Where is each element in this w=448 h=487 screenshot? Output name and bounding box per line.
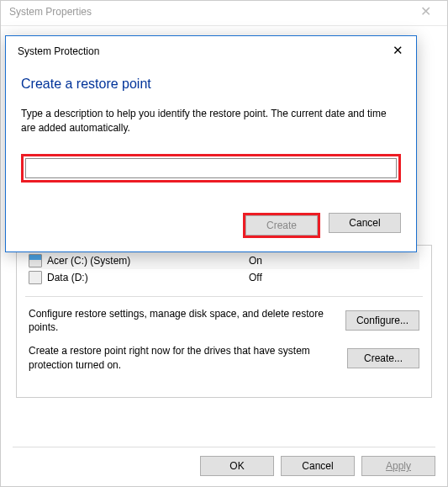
- drive-row[interactable]: Acer (C:) (System) On: [29, 252, 419, 269]
- apply-label: Apply: [386, 460, 411, 472]
- modal-description: Type a description to help you identify …: [21, 107, 401, 135]
- drive-name: Data (D:): [47, 272, 249, 283]
- input-highlight: [21, 154, 401, 183]
- protection-settings-panel: Acer (C:) (System) On Data (D:) Off Conf…: [16, 245, 432, 398]
- configure-row: Configure restore settings, manage disk …: [29, 307, 419, 334]
- modal-create-button[interactable]: Create: [245, 215, 318, 236]
- drive-status: Off: [249, 272, 419, 283]
- system-protection-dialog: System Protection ✕ Create a restore poi…: [5, 35, 417, 252]
- footer-buttons: OK Cancel Apply: [13, 447, 435, 476]
- parent-close-button[interactable]: ✕: [408, 3, 442, 23]
- restore-point-name-input[interactable]: [25, 158, 397, 178]
- modal-titlebar: System Protection ✕: [6, 36, 416, 63]
- drive-row[interactable]: Data (D:) Off: [29, 269, 419, 286]
- create-text: Create a restore point right now for the…: [29, 344, 337, 371]
- cancel-button[interactable]: Cancel: [281, 456, 355, 476]
- close-icon: ✕: [420, 4, 431, 19]
- modal-body: Create a restore point Type a descriptio…: [6, 63, 416, 251]
- drive-icon: [29, 254, 42, 267]
- create-button[interactable]: Create...: [347, 348, 419, 368]
- modal-close-button[interactable]: ✕: [387, 43, 408, 60]
- drive-icon: [29, 271, 42, 284]
- configure-text: Configure restore settings, manage disk …: [29, 307, 335, 334]
- create-button-highlight: Create: [243, 213, 320, 238]
- modal-heading: Create a restore point: [21, 77, 401, 92]
- separator: [25, 296, 423, 297]
- configure-button[interactable]: Configure...: [345, 310, 419, 331]
- apply-button[interactable]: Apply: [361, 456, 435, 476]
- drive-name: Acer (C:) (System): [47, 255, 249, 267]
- parent-titlebar: System Properties: [1, 1, 447, 26]
- create-row: Create a restore point right now for the…: [29, 344, 419, 371]
- modal-button-row: Create Cancel: [21, 213, 401, 238]
- parent-title: System Properties: [9, 6, 92, 18]
- ok-button[interactable]: OK: [200, 456, 274, 476]
- close-icon: ✕: [393, 43, 403, 57]
- modal-title: System Protection: [18, 45, 387, 57]
- modal-cancel-button[interactable]: Cancel: [329, 213, 401, 233]
- drive-status: On: [249, 255, 419, 267]
